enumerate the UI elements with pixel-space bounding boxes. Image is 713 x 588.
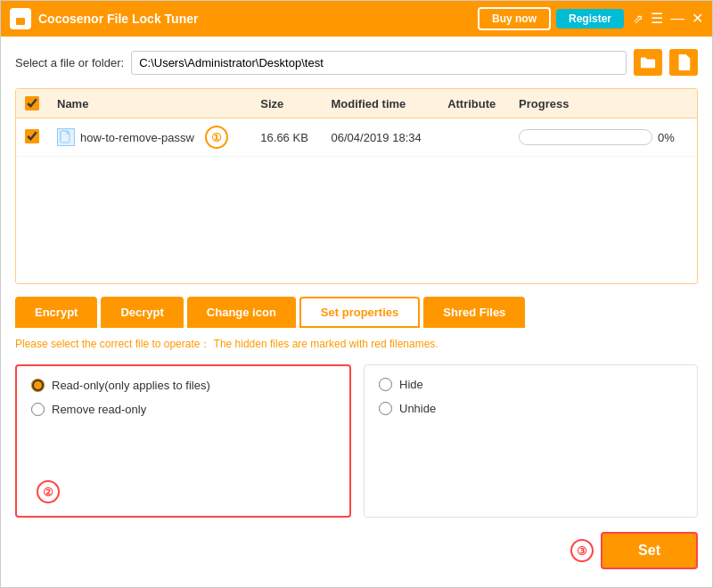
- col-progress: Progress: [510, 89, 697, 118]
- unhide-radio[interactable]: [379, 402, 392, 415]
- note-bar: Please select the correct file to operat…: [15, 337, 698, 352]
- left-properties-box: Read-only(only applies to files) Remove …: [15, 364, 351, 518]
- window-controls: ⇗ ☰ — ✕: [633, 12, 703, 26]
- file-icon: [57, 128, 75, 146]
- select-all-checkbox[interactable]: [25, 96, 39, 110]
- titlebar: Cocosenor File Lock Tuner Buy now Regist…: [1, 1, 712, 37]
- properties-section: Read-only(only applies to files) Remove …: [15, 364, 698, 518]
- close-icon[interactable]: ✕: [692, 12, 703, 26]
- row-attribute-cell: [438, 118, 510, 157]
- unhide-option[interactable]: Unhide: [379, 402, 683, 415]
- readonly-radio[interactable]: [31, 379, 45, 392]
- tab-change-icon[interactable]: Change icon: [187, 297, 296, 328]
- file-path-input[interactable]: [131, 51, 627, 75]
- note-prefix: Please select the correct file to operat…: [15, 338, 210, 350]
- badge-one: ①: [205, 126, 228, 149]
- row-progress-cell: 0%: [510, 118, 697, 157]
- col-attribute: Attribute: [438, 89, 510, 118]
- unhide-label: Unhide: [399, 402, 436, 415]
- remove-readonly-option[interactable]: Remove read-only: [31, 403, 335, 416]
- hide-radio[interactable]: [379, 378, 392, 391]
- open-folder-button[interactable]: [634, 49, 662, 76]
- row-checkbox[interactable]: [25, 129, 39, 143]
- row-name-cell: how-to-remove-passw ①: [48, 118, 251, 157]
- register-button[interactable]: Register: [556, 9, 624, 29]
- col-modified: Modified time: [323, 89, 439, 118]
- remove-readonly-radio[interactable]: [31, 403, 45, 416]
- row-size-cell: 16.66 KB: [251, 118, 322, 157]
- progress-text: 0%: [658, 131, 675, 144]
- app-title: Cocosenor File Lock Tuner: [38, 12, 478, 26]
- main-content: Select a file or folder:: [1, 37, 712, 587]
- table-header-checkbox: [16, 89, 48, 118]
- menu-icon[interactable]: ☰: [651, 12, 663, 26]
- readonly-option[interactable]: Read-only(only applies to files): [31, 379, 335, 392]
- progress-bar: [519, 129, 652, 145]
- hide-option[interactable]: Hide: [379, 378, 683, 391]
- share-icon[interactable]: ⇗: [633, 12, 643, 25]
- hide-label: Hide: [399, 378, 423, 391]
- tab-bar: Encrypt Decrypt Change icon Set properti…: [15, 297, 698, 328]
- app-window: Cocosenor File Lock Tuner Buy now Regist…: [0, 0, 713, 588]
- remove-readonly-label: Remove read-only: [52, 403, 146, 416]
- tab-set-properties[interactable]: Set properties: [299, 297, 420, 328]
- file-selector-label: Select a file or folder:: [15, 56, 124, 69]
- col-name: Name: [48, 89, 251, 118]
- readonly-label: Read-only(only applies to files): [52, 379, 210, 392]
- app-logo: [10, 8, 31, 29]
- svg-rect-0: [16, 18, 25, 25]
- buy-now-button[interactable]: Buy now: [478, 7, 551, 30]
- table-body: how-to-remove-passw ① 16.66 KB 06/04/201…: [16, 118, 697, 157]
- note-highlight: The hidden files are marked with red fil…: [214, 338, 438, 350]
- tab-shred-files[interactable]: Shred Files: [423, 297, 525, 328]
- open-file-button[interactable]: [669, 49, 698, 76]
- tab-decrypt[interactable]: Decrypt: [101, 297, 183, 328]
- set-button[interactable]: Set: [601, 532, 698, 569]
- badge-three: ③: [570, 539, 594, 562]
- header-buttons: Buy now Register: [478, 7, 624, 30]
- bottom-bar: ③ Set: [15, 532, 698, 575]
- file-table: Name Size Modified time Attribute Progre…: [16, 89, 697, 157]
- row-modified-cell: 06/04/2019 18:34: [323, 118, 439, 157]
- table-header: Name Size Modified time Attribute Progre…: [16, 89, 697, 118]
- col-size: Size: [251, 89, 322, 118]
- file-table-container: Name Size Modified time Attribute Progre…: [15, 88, 698, 284]
- minimize-icon[interactable]: —: [670, 12, 684, 26]
- file-name: how-to-remove-passw: [80, 131, 194, 144]
- tab-encrypt[interactable]: Encrypt: [15, 297, 97, 328]
- table-row: how-to-remove-passw ① 16.66 KB 06/04/201…: [16, 118, 697, 157]
- badge-two: ②: [37, 480, 60, 503]
- file-selector-row: Select a file or folder:: [15, 49, 698, 76]
- right-properties-box: Hide Unhide: [364, 364, 698, 518]
- row-checkbox-cell: [16, 118, 48, 157]
